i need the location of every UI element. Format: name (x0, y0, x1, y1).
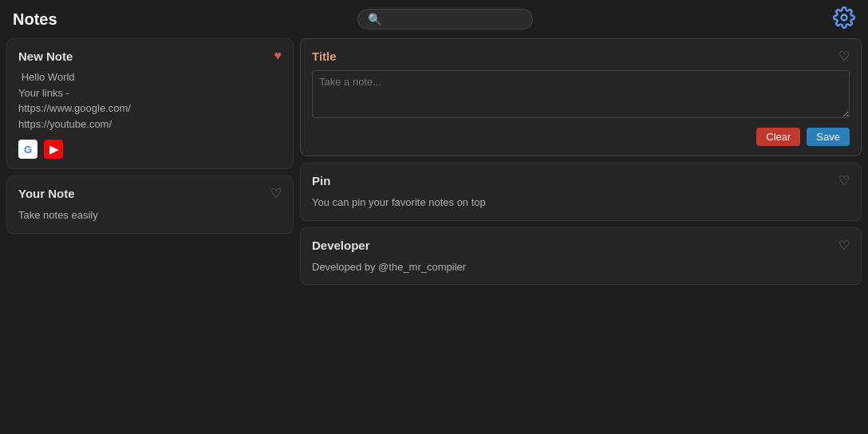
new-note-header: New Note ♥ (18, 49, 282, 63)
form-title-label: Title (312, 49, 337, 63)
search-input[interactable] (386, 13, 526, 26)
left-column: New Note ♥ Hello World Your links - http… (6, 38, 294, 434)
form-header: Title ♡ (312, 49, 850, 64)
new-note-form: Title ♡ Clear Save (300, 38, 862, 156)
search-icon: 🔍 (368, 13, 381, 26)
your-note-header: Your Note ♡ (18, 186, 282, 201)
form-favorite-button[interactable]: ♡ (838, 49, 850, 64)
your-note-card: Your Note ♡ Take notes easily (6, 176, 294, 234)
new-note-icon-row: G ▶ (18, 140, 282, 159)
right-column: Title ♡ Clear Save Pin ♡ You can pin you… (300, 38, 862, 434)
note-textarea[interactable] (312, 70, 850, 118)
new-note-card: New Note ♥ Hello World Your links - http… (6, 38, 294, 169)
new-note-body: Hello World Your links - https://www.goo… (18, 69, 282, 132)
your-note-title: Your Note (18, 187, 75, 200)
developer-note-favorite-button[interactable]: ♡ (838, 238, 850, 253)
clear-button[interactable]: Clear (756, 128, 800, 146)
google-link-icon[interactable]: G (18, 140, 37, 159)
search-bar[interactable]: 🔍 (357, 9, 533, 30)
save-button[interactable]: Save (807, 128, 850, 146)
settings-button[interactable] (833, 6, 855, 32)
developer-note-card: Developer ♡ Developed by @the_mr_compile… (300, 227, 862, 286)
new-note-title: New Note (18, 49, 73, 63)
pin-note-header: Pin ♡ (312, 173, 850, 188)
developer-note-body: Developed by @the_mr_compiler (312, 259, 850, 275)
youtube-link-icon[interactable]: ▶ (44, 140, 63, 159)
pin-note-favorite-button[interactable]: ♡ (838, 173, 850, 188)
developer-note-title: Developer (312, 239, 370, 252)
pin-note-card: Pin ♡ You can pin your favorite notes on… (300, 163, 862, 221)
new-note-favorite-button[interactable]: ♥ (274, 49, 282, 63)
pin-note-title: Pin (312, 174, 330, 187)
header: Notes 🔍 (0, 0, 868, 38)
app-title: Notes (13, 10, 57, 29)
form-actions: Clear Save (312, 128, 850, 146)
settings-icon (833, 6, 855, 29)
developer-note-header: Developer ♡ (312, 238, 850, 253)
your-note-body: Take notes easily (18, 207, 282, 223)
svg-point-0 (841, 15, 846, 21)
your-note-favorite-button[interactable]: ♡ (270, 186, 282, 201)
pin-note-body: You can pin your favorite notes on top (312, 195, 850, 211)
main-content: New Note ♥ Hello World Your links - http… (0, 38, 868, 434)
